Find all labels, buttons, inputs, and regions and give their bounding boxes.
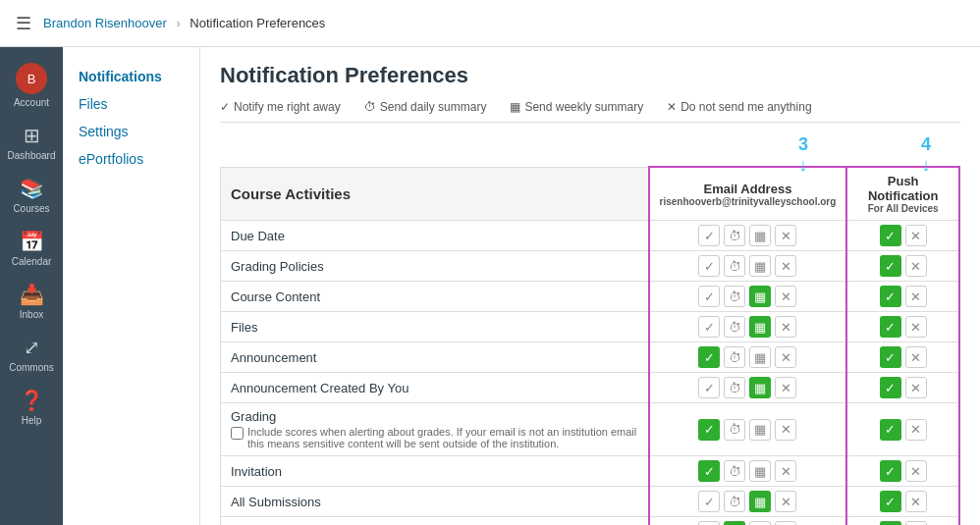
row-label: Announcement [221,342,649,373]
cal-button[interactable]: ▦ [749,286,771,307]
avatar: B [16,63,47,94]
grading-checkbox[interactable] [231,427,244,440]
clock-button[interactable]: ⏱ [724,521,745,525]
check-button[interactable]: ✓ [698,286,720,307]
push-x-button[interactable]: ✕ [905,419,927,441]
cal-button[interactable]: ▦ [749,377,771,398]
push-controls-cell: ✓✕ [846,456,959,487]
push-x-button[interactable]: ✕ [905,225,927,246]
push-x-button[interactable]: ✕ [905,286,927,307]
email-controls-cell: ✓⏱▦✕ [649,312,847,342]
check-button[interactable]: ✓ [698,419,720,441]
push-check-button[interactable]: ✓ [880,225,901,246]
check-button[interactable]: ✓ [698,346,720,368]
x-button[interactable]: ✕ [775,491,796,512]
row-label: Files [221,312,649,342]
clock-button[interactable]: ⏱ [724,377,745,398]
nav-link-eportfolios[interactable]: ePortfolios [63,145,199,173]
clock-button[interactable]: ⏱ [724,460,745,482]
push-controls-cell: ✓✕ [846,487,959,517]
push-check-button[interactable]: ✓ [880,460,901,482]
clock-button[interactable]: ⏱ [724,491,745,512]
check-button[interactable]: ✓ [698,316,720,338]
x-button[interactable]: ✕ [775,460,796,482]
legend-item-1: ⏱ Send daily summary [364,100,487,114]
email-controls-cell: ✓⏱▦✕ [649,517,847,526]
x-button[interactable]: ✕ [775,286,796,307]
x-button[interactable]: ✕ [775,377,796,398]
clock-button[interactable]: ⏱ [724,225,745,246]
cal-button[interactable]: ▦ [749,460,771,482]
x-button[interactable]: ✕ [775,346,796,368]
inbox-icon: 📥 [20,283,44,306]
clock-button[interactable]: ⏱ [724,286,745,307]
push-x-button[interactable]: ✕ [905,521,927,525]
sidebar-item-calendar[interactable]: 📅 Calendar [0,222,63,275]
x-button[interactable]: ✕ [775,255,796,277]
notifications-table: Course Activities Email Address risenhoo… [220,166,960,525]
push-controls-cell: ✓✕ [846,342,959,373]
check-button[interactable]: ✓ [698,225,720,246]
cal-button[interactable]: ▦ [749,255,771,277]
push-x-button[interactable]: ✕ [905,460,927,482]
sidebar-item-commons[interactable]: ⤢ Commons [0,328,63,381]
cal-button[interactable]: ▦ [749,225,771,246]
clock-button[interactable]: ⏱ [724,346,745,368]
push-check-button[interactable]: ✓ [880,491,901,512]
nav-link-notifications[interactable]: Notifications [63,63,199,90]
x-button[interactable]: ✕ [775,419,796,441]
check-button[interactable]: ✓ [698,521,720,525]
main-layout: B Account ⊞ Dashboard 📚 Courses 📅 Calend… [0,47,980,525]
push-x-button[interactable]: ✕ [905,491,927,512]
row-label: Announcement Created By You [221,373,649,403]
legend-item-3: ✕ Do not send me anything [667,100,811,114]
sidebar-item-courses[interactable]: 📚 Courses [0,169,63,222]
push-check-button[interactable]: ✓ [880,346,901,368]
push-check-button[interactable]: ✓ [880,286,901,307]
push-check-button[interactable]: ✓ [880,521,901,525]
check-button[interactable]: ✓ [698,491,720,512]
cal-button[interactable]: ▦ [749,346,771,368]
table-row: Files✓⏱▦✕✓✕ [221,312,960,342]
nav-link-settings[interactable]: Settings [63,118,199,145]
push-header-sub: For All Devices [857,203,949,214]
email-controls-cell: ✓⏱▦✕ [649,251,847,282]
check-button[interactable]: ✓ [698,255,720,277]
push-check-button[interactable]: ✓ [880,316,901,338]
push-controls-cell: ✓✕ [846,282,959,312]
hamburger-menu[interactable]: ☰ [16,13,31,34]
email-controls-cell: ✓⏱▦✕ [649,221,847,251]
push-x-button[interactable]: ✕ [905,316,927,338]
email-controls-cell: ✓⏱▦✕ [649,487,847,517]
check-button[interactable]: ✓ [698,377,720,398]
x-button[interactable]: ✕ [775,316,796,338]
sidebar-item-account[interactable]: B Account [0,55,63,116]
push-check-button[interactable]: ✓ [880,255,901,277]
legend-label-1: Send daily summary [380,100,487,114]
push-x-button[interactable]: ✕ [905,346,927,368]
push-check-button[interactable]: ✓ [880,419,901,441]
clock-button[interactable]: ⏱ [724,255,745,277]
breadcrumb-user[interactable]: Brandon Risenhoover [43,16,167,30]
clock-button[interactable]: ⏱ [724,419,745,441]
cal-button[interactable]: ▦ [749,316,771,338]
push-x-button[interactable]: ✕ [905,377,927,398]
nav-link-files[interactable]: Files [63,90,199,118]
push-controls-cell: ✓✕ [846,403,959,456]
icon-sidebar: B Account ⊞ Dashboard 📚 Courses 📅 Calend… [0,47,63,525]
cal-button[interactable]: ▦ [749,491,771,512]
sidebar-label-help: Help [22,415,42,426]
clock-button[interactable]: ⏱ [724,316,745,338]
push-x-button[interactable]: ✕ [905,255,927,277]
sidebar-item-dashboard[interactable]: ⊞ Dashboard [0,116,63,169]
sidebar-item-inbox[interactable]: 📥 Inbox [0,275,63,328]
push-controls-cell: ✓✕ [846,517,959,526]
cal-button[interactable]: ▦ [749,521,771,525]
sidebar-label-calendar: Calendar [12,256,52,267]
x-button[interactable]: ✕ [775,521,796,525]
push-check-button[interactable]: ✓ [880,377,901,398]
sidebar-item-help[interactable]: ❓ Help [0,381,63,434]
cal-button[interactable]: ▦ [749,419,771,441]
x-button[interactable]: ✕ [775,225,796,246]
check-button[interactable]: ✓ [698,460,720,482]
